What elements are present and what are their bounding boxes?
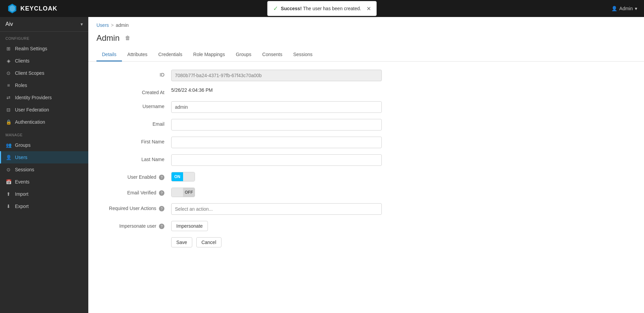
sidebar-item-label: Authentication	[15, 119, 45, 125]
sidebar-item-label: Users	[15, 155, 28, 160]
id-label: ID	[96, 70, 171, 77]
impersonate-label: Impersonate user ?	[96, 221, 171, 229]
email-label: Email	[96, 119, 171, 127]
clients-icon: ◈	[5, 58, 12, 64]
breadcrumb-current: admin	[116, 22, 129, 28]
toggle-off-side[interactable]	[183, 172, 195, 181]
created-at-value-wrap: 5/26/22 4:04:36 PM	[171, 87, 386, 93]
page-header: Admin 🗑	[88, 31, 644, 48]
user-enabled-toggle[interactable]: ON	[171, 172, 195, 181]
tab-role-mappings[interactable]: Role Mappings	[188, 48, 230, 62]
page-title: Admin	[96, 33, 120, 43]
sidebar-item-label: Identity Providers	[15, 95, 52, 100]
sidebar-item-export[interactable]: ⬇ Export	[0, 200, 88, 212]
breadcrumb-parent[interactable]: Users	[96, 22, 109, 28]
username-field-wrap	[171, 101, 386, 113]
sidebar-item-import[interactable]: ⬆ Import	[0, 188, 88, 200]
username-field[interactable]	[171, 101, 382, 113]
topbar: KEYCLOAK ✓ Success! The user has been cr…	[0, 0, 644, 17]
email-verified-toggle[interactable]: OFF	[171, 188, 195, 197]
user-icon: 👤	[611, 6, 617, 11]
sidebar-item-clients[interactable]: ◈ Clients	[0, 55, 88, 67]
user-enabled-help-icon[interactable]: ?	[159, 175, 164, 180]
toggle-on-button[interactable]: ON	[172, 172, 183, 181]
last-name-label: Last Name	[96, 154, 171, 162]
sidebar-item-label: Realm Settings	[15, 46, 47, 51]
sidebar-item-users[interactable]: 👤 Users	[0, 151, 88, 163]
user-menu[interactable]: 👤 Admin ▾	[611, 6, 637, 11]
user-enabled-label: User Enabled ?	[96, 172, 171, 180]
impersonate-button[interactable]: Impersonate	[171, 221, 208, 231]
tab-consents[interactable]: Consents	[257, 48, 288, 62]
required-actions-input[interactable]	[171, 203, 382, 215]
user-enabled-label-text: User Enabled	[127, 174, 156, 180]
impersonate-help-icon[interactable]: ?	[159, 224, 164, 229]
tab-sessions[interactable]: Sessions	[288, 48, 318, 62]
sidebar-item-client-scopes[interactable]: ⊙ Client Scopes	[0, 67, 88, 79]
user-chevron-icon: ▾	[635, 6, 637, 11]
sidebar-item-authentication[interactable]: 🔒 Authentication	[0, 116, 88, 128]
tab-details[interactable]: Details	[96, 48, 122, 62]
sidebar-item-label: Clients	[15, 58, 30, 64]
tab-groups[interactable]: Groups	[230, 48, 257, 62]
toggle-on-side[interactable]	[172, 188, 183, 197]
realm-chevron-icon: ▾	[80, 21, 83, 27]
last-name-row: Last Name	[96, 154, 386, 166]
email-row: Email	[96, 119, 386, 131]
content-area: Users > admin Admin 🗑 Details Attributes…	[88, 17, 644, 313]
client-scopes-icon: ⊙	[5, 70, 12, 76]
sidebar-item-label: Client Scopes	[15, 70, 44, 76]
success-banner: ✓ Success! The user has been created. ✕	[267, 1, 377, 16]
toggle-off-button[interactable]: OFF	[183, 188, 195, 197]
first-name-label: First Name	[96, 137, 171, 144]
breadcrumb: Users > admin	[88, 17, 644, 31]
email-verified-help-icon[interactable]: ?	[159, 190, 164, 196]
sidebar-item-label: Import	[15, 191, 29, 197]
success-text: Success! The user has been created.	[281, 6, 361, 11]
sidebar-item-events[interactable]: 📅 Events	[0, 176, 88, 188]
created-at-row: Created At 5/26/22 4:04:36 PM	[96, 87, 386, 95]
impersonate-label-text: Impersonate user	[119, 223, 156, 229]
export-icon: ⬇	[5, 204, 12, 209]
created-at-value: 5/26/22 4:04:36 PM	[171, 85, 213, 93]
success-close-button[interactable]: ✕	[366, 5, 371, 12]
delete-button[interactable]: 🗑	[124, 34, 132, 42]
impersonate-row: Impersonate user ? Impersonate	[96, 221, 386, 231]
sidebar-item-identity-providers[interactable]: ⇄ Identity Providers	[0, 91, 88, 104]
form-actions: Save Cancel	[96, 237, 386, 247]
created-at-label: Created At	[96, 87, 171, 95]
realm-name: Aiv	[5, 21, 13, 27]
sidebar-item-groups[interactable]: 👥 Groups	[0, 139, 88, 151]
form-body: ID Created At 5/26/22 4:04:36 PM Usernam…	[88, 62, 394, 256]
sidebar-item-realm-settings[interactable]: ⊞ Realm Settings	[0, 42, 88, 55]
tab-attributes[interactable]: Attributes	[122, 48, 153, 62]
user-enabled-row: User Enabled ? ON	[96, 172, 386, 181]
tabs-bar: Details Attributes Credentials Role Mapp…	[88, 48, 644, 62]
realm-selector[interactable]: Aiv ▾	[0, 17, 88, 32]
manage-section-label: Manage	[0, 128, 88, 139]
email-verified-toggle-wrap: OFF	[171, 188, 386, 197]
logo-text: KEYCLOAK	[20, 5, 57, 12]
success-message: The user has been created.	[303, 6, 361, 11]
users-icon: 👤	[5, 155, 12, 160]
sidebar-item-roles[interactable]: ≡ Roles	[0, 79, 88, 91]
cancel-button[interactable]: Cancel	[196, 237, 221, 247]
first-name-field[interactable]	[171, 137, 382, 148]
first-name-field-wrap	[171, 137, 386, 148]
email-field[interactable]	[171, 119, 382, 131]
first-name-row: First Name	[96, 137, 386, 148]
id-field	[171, 70, 382, 81]
required-actions-help-icon[interactable]: ?	[159, 206, 164, 211]
user-enabled-toggle-wrap: ON	[171, 172, 386, 181]
success-check-icon: ✓	[273, 5, 278, 12]
save-button[interactable]: Save	[171, 237, 192, 247]
tab-credentials[interactable]: Credentials	[153, 48, 188, 62]
last-name-field[interactable]	[171, 154, 382, 166]
email-field-wrap	[171, 119, 386, 131]
sidebar-item-label: Roles	[15, 83, 27, 88]
success-banner-container: ✓ Success! The user has been created. ✕	[267, 1, 377, 16]
sidebar-item-sessions[interactable]: ⊙ Sessions	[0, 163, 88, 176]
required-actions-field-wrap	[171, 203, 386, 215]
identity-providers-icon: ⇄	[5, 95, 12, 100]
sidebar-item-user-federation[interactable]: ⊟ User Federation	[0, 104, 88, 116]
